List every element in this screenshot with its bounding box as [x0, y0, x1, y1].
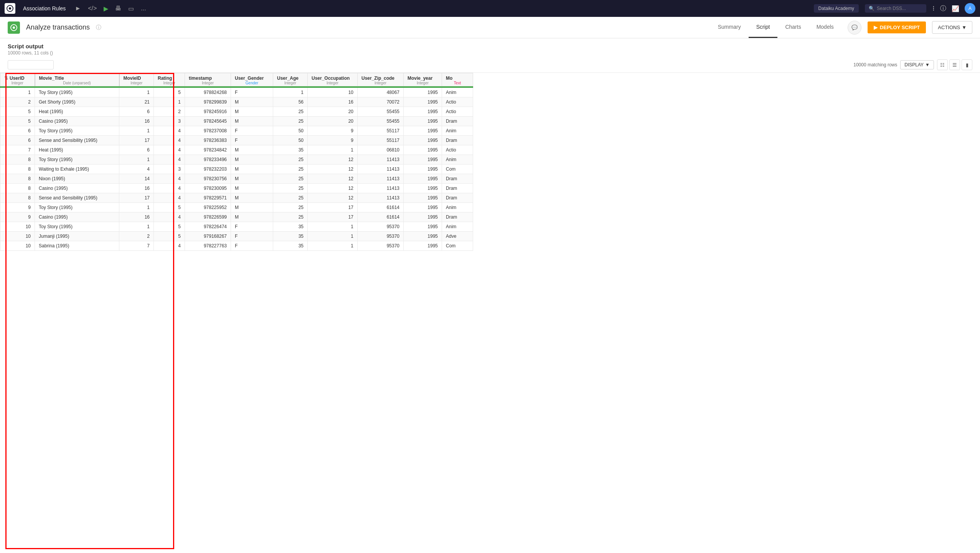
actions-button[interactable]: ACTIONS ▼ — [932, 21, 972, 34]
table-cell: 1 — [119, 222, 154, 232]
table-cell: M — [231, 145, 273, 155]
run-icon[interactable]: ▶ — [104, 5, 108, 12]
grid-view-icon[interactable]: ☷ — [937, 59, 948, 70]
analytics-icon[interactable]: 📈 — [952, 5, 959, 12]
table-cell: 12 — [308, 184, 358, 193]
info-icon[interactable]: ⓘ — [96, 24, 101, 31]
table-row[interactable]: 1Toy Story (1995)15978824268F11048067199… — [0, 88, 473, 97]
search-input[interactable] — [8, 60, 54, 69]
table-cell: 16 — [119, 117, 154, 126]
table-cell: 4 — [154, 212, 185, 222]
table-cell: 978234842 — [185, 145, 231, 155]
code-icon[interactable]: </> — [88, 5, 97, 12]
table-cell: 06810 — [358, 145, 404, 155]
col-movie-year[interactable]: Movie_year Integer — [404, 73, 442, 86]
avatar[interactable]: A — [965, 3, 975, 14]
table-row[interactable]: 10Sabrina (1995)74978227763F351953701995… — [0, 241, 473, 251]
table-cell: 25 — [273, 203, 308, 212]
table-cell: 1995 — [404, 88, 442, 97]
table-cell: 11413 — [358, 184, 404, 193]
table-row[interactable]: 8Nixon (1995)144978230756M2512114131995D… — [0, 174, 473, 184]
table-cell: 55455 — [358, 107, 404, 117]
table-row[interactable]: 10Toy Story (1995)15978226474F3519537019… — [0, 222, 473, 232]
tab-models[interactable]: Models — [809, 17, 841, 38]
table-cell: 1995 — [404, 241, 442, 251]
table-cell: 1995 — [404, 136, 442, 145]
col-movieid[interactable]: MovieID Integer — [119, 73, 154, 86]
table-cell: F — [231, 88, 273, 97]
table-row[interactable]: 6Sense and Sensibility (1995)17497823638… — [0, 136, 473, 145]
table-cell: M — [231, 193, 273, 203]
table-cell: 25 — [273, 184, 308, 193]
col-user-age[interactable]: User_Age Integer — [273, 73, 308, 86]
table-cell: 11413 — [358, 193, 404, 203]
table-row[interactable]: 8Toy Story (1995)14978233496M25121141319… — [0, 155, 473, 165]
table-cell: 5 — [154, 203, 185, 212]
grid-icon[interactable]: ⁝ — [932, 4, 935, 13]
list-view-icon[interactable]: ☰ — [949, 59, 960, 70]
col-userid[interactable]: ⇅ UserID Integer — [0, 73, 35, 86]
table-row[interactable]: 5Casino (1995)163978245645M2520554551995… — [0, 117, 473, 126]
col-rating[interactable]: Rating Integer — [154, 73, 185, 86]
table-cell: Toy Story (1995) — [35, 155, 119, 165]
table-cell: 12 — [308, 193, 358, 203]
col-timestamp[interactable]: timestamp Integer — [185, 73, 231, 86]
table-cell: 35 — [273, 145, 308, 155]
col-user-occupation[interactable]: User_Occupation Integer — [308, 73, 358, 86]
table-cell: Dram — [442, 117, 473, 126]
table-cell: Dram — [442, 193, 473, 203]
table-cell: 61614 — [358, 212, 404, 222]
table-cell: 10 — [308, 88, 358, 97]
table-cell: 12 — [308, 165, 358, 174]
print-icon[interactable]: 🖶 — [115, 5, 121, 12]
match-count: 10000 matching rows — [853, 62, 897, 67]
col-movie-title[interactable]: Movie_Title Date (unparsed) — [35, 73, 119, 86]
tab-script[interactable]: Script — [749, 17, 778, 38]
table-row[interactable]: 9Toy Story (1995)15978225952M25176161419… — [0, 203, 473, 212]
table-container[interactable]: ⇅ UserID Integer Movie_Title Date (unpar… — [0, 73, 980, 549]
table-cell: 978229571 — [185, 193, 231, 203]
col-user-gender[interactable]: User_Gender Gender — [231, 73, 273, 86]
table-cell: 978230095 — [185, 184, 231, 193]
table-row[interactable]: 6Toy Story (1995)14978237008F50955117199… — [0, 126, 473, 136]
table-cell: 25 — [273, 174, 308, 184]
table-cell: 5 — [0, 107, 35, 117]
table-row[interactable]: 5Heat (1995)62978245916M2520554551995Act… — [0, 107, 473, 117]
table-row[interactable]: 10Jumanji (1995)25979168267F351953701995… — [0, 232, 473, 241]
table-cell: 4 — [154, 155, 185, 165]
tab-summary[interactable]: Summary — [710, 17, 749, 38]
table-cell: 1995 — [404, 193, 442, 203]
more-icon[interactable]: ... — [141, 5, 146, 12]
tab-charts[interactable]: Charts — [777, 17, 808, 38]
chart-view-icon[interactable]: ▮ — [962, 59, 972, 70]
table-cell: Adve — [442, 232, 473, 241]
forward-icon[interactable]: ► — [75, 5, 81, 12]
table-row[interactable]: 8Waiting to Exhale (1995)43978232203M251… — [0, 165, 473, 174]
logo[interactable] — [5, 3, 15, 14]
search-box[interactable]: 🔍 Search DSS... — [865, 4, 926, 13]
table-row[interactable]: 9Casino (1995)164978226599M2517616141995… — [0, 212, 473, 222]
table-row[interactable]: 2Get Shorty (1995)211978299839M561670072… — [0, 97, 473, 107]
help-icon[interactable]: ⓘ — [940, 5, 946, 13]
table-row[interactable]: 8Sense and Sensibility (1995)17497822957… — [0, 193, 473, 203]
table-cell: 9 — [0, 203, 35, 212]
nav-icons: ► </> ▶ 🖶 ▭ ... — [75, 5, 146, 12]
col-user-zip[interactable]: User_Zip_code Integer — [358, 73, 404, 86]
table-cell: Casino (1995) — [35, 117, 119, 126]
deploy-script-button[interactable]: ▶ DEPLOY SCRIPT — [868, 21, 926, 33]
table-cell: Waiting to Exhale (1995) — [35, 165, 119, 174]
comment-button[interactable]: 💬 — [848, 21, 861, 35]
table-row[interactable]: 8Casino (1995)164978230095M2512114131995… — [0, 184, 473, 193]
display-button[interactable]: DISPLAY ▼ — [900, 60, 934, 69]
right-icons: ⁝ ⓘ 📈 A — [932, 3, 975, 14]
notebook-icon[interactable]: ▭ — [128, 5, 134, 12]
table-row[interactable]: 7Heat (1995)64978234842M351068101995Acti… — [0, 145, 473, 155]
table-cell: 4 — [154, 184, 185, 193]
workspace-label: Dataiku Academy — [814, 4, 859, 13]
table-cell: M — [231, 107, 273, 117]
table-cell: 20 — [308, 117, 358, 126]
col-mo[interactable]: Mo Text — [442, 73, 473, 86]
table-cell: Actio — [442, 107, 473, 117]
table-cell: 95370 — [358, 232, 404, 241]
table-cell: 35 — [273, 222, 308, 232]
